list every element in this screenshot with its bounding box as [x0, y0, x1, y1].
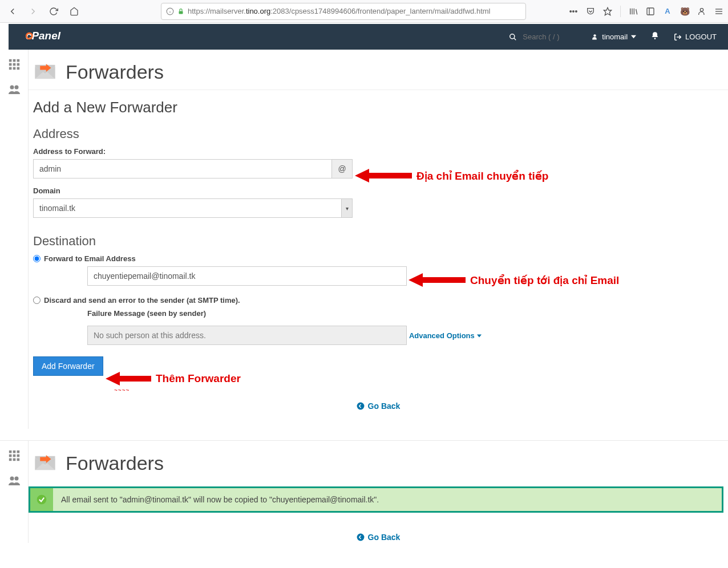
logout-label: LOGOUT [685, 33, 717, 41]
radio-discard[interactable] [33, 297, 41, 304]
header-search[interactable] [509, 33, 574, 41]
domain-select[interactable]: tinomail.tk [33, 198, 353, 218]
user-icon [591, 33, 598, 40]
subheading: Add a New Forwarder [33, 99, 723, 116]
svg-rect-23 [9, 59, 11, 62]
svg-marker-4 [604, 7, 611, 15]
radio-forward[interactable] [33, 255, 41, 262]
advanced-options-label: Advanced Options [409, 331, 475, 340]
rail-users-icon[interactable] [7, 83, 21, 98]
svg-point-33 [14, 86, 18, 90]
alert-message: All email sent to "admin@tinomail.tk" wi… [53, 488, 387, 511]
url-text: https://mailserver.tino.org:2083/cpsess1… [188, 7, 490, 15]
svg-point-19 [594, 34, 596, 36]
page-title-2: Forwarders [66, 452, 164, 474]
add-forwarder-button[interactable]: Add Forwarder [33, 356, 103, 376]
bookmark-star-icon[interactable] [603, 7, 612, 16]
svg-rect-51 [17, 459, 19, 461]
svg-rect-9 [647, 8, 654, 15]
address-heading: Address [33, 127, 723, 141]
radio-forward-label: Forward to Email Address [44, 254, 136, 263]
page-title: Forwarders [66, 61, 164, 83]
svg-rect-27 [13, 63, 15, 66]
svg-rect-26 [9, 63, 11, 66]
url-bar[interactable]: https://mailserver.tino.org:2083/cpsess1… [161, 3, 526, 20]
svg-point-17 [510, 34, 515, 38]
svg-point-53 [14, 477, 18, 481]
search-icon [509, 33, 517, 41]
svg-text:cPanel: cPanel [26, 30, 61, 42]
browser-toolbar: https://mailserver.tino.org:2083/cpsess1… [0, 0, 728, 23]
svg-point-39 [357, 403, 364, 410]
go-back-link[interactable]: Go Back [357, 401, 401, 411]
address-input[interactable] [33, 159, 332, 178]
sidebar-icon[interactable] [646, 7, 655, 16]
page-header-2: Forwarders [29, 441, 728, 481]
logout-icon [674, 33, 682, 41]
svg-line-18 [514, 38, 516, 40]
ext1-icon[interactable]: A [663, 7, 672, 16]
menu-icon[interactable] [714, 7, 723, 16]
svg-point-52 [10, 477, 14, 481]
svg-marker-20 [631, 35, 636, 38]
svg-rect-49 [9, 459, 11, 461]
svg-point-32 [10, 86, 14, 90]
info-icon [166, 7, 174, 15]
library-icon[interactable] [629, 7, 638, 16]
user-menu[interactable]: tinomail [591, 33, 636, 41]
logout-button[interactable]: LOGOUT [674, 33, 717, 41]
svg-rect-46 [9, 455, 11, 457]
left-rail-2 [0, 441, 29, 543]
svg-line-8 [636, 9, 637, 14]
go-back-label-2: Go Back [368, 533, 401, 542]
svg-rect-44 [13, 451, 15, 453]
user-label: tinomail [602, 33, 628, 41]
rail-apps-icon[interactable] [8, 58, 21, 72]
cpanel-logo[interactable]: cPanel [26, 29, 77, 44]
back-circle-icon [357, 533, 365, 541]
page-header: Forwarders [29, 50, 728, 90]
svg-rect-29 [9, 67, 11, 70]
caret-down-icon [477, 334, 482, 338]
annotation-squiggle: ~~~~ [114, 387, 130, 393]
svg-rect-48 [17, 455, 19, 457]
notifications-button[interactable] [650, 31, 660, 42]
svg-rect-25 [17, 59, 19, 62]
rail-apps-icon[interactable] [8, 449, 21, 464]
forward-email-input[interactable] [87, 266, 407, 286]
bell-icon [650, 31, 660, 40]
svg-point-58 [37, 495, 47, 505]
back-circle-icon [357, 402, 365, 410]
svg-rect-24 [13, 59, 15, 62]
cpanel-header: cPanel tinomail LOGOUT [9, 24, 728, 50]
advanced-options-link[interactable]: Advanced Options [409, 331, 482, 340]
rail-users-icon[interactable] [7, 474, 21, 489]
go-back-link-2[interactable]: Go Back [357, 533, 401, 542]
svg-rect-30 [13, 67, 15, 70]
reload-button[interactable] [46, 3, 62, 19]
domain-label: Domain [33, 186, 723, 195]
page-actions-icon[interactable]: ••• [569, 7, 578, 16]
svg-point-11 [700, 8, 703, 11]
ext2-icon[interactable]: 🐻 [680, 7, 689, 16]
forwarders-icon [33, 451, 57, 475]
at-addon: @ [332, 159, 353, 178]
destination-heading: Destination [33, 234, 723, 249]
header-search-input[interactable] [523, 33, 574, 41]
back-button[interactable] [5, 3, 21, 19]
home-button[interactable] [66, 3, 82, 19]
svg-point-59 [357, 534, 364, 541]
pocket-icon[interactable] [586, 7, 595, 16]
svg-rect-28 [17, 63, 19, 66]
svg-rect-45 [17, 451, 19, 453]
forward-button[interactable] [25, 3, 41, 19]
svg-rect-31 [17, 67, 19, 70]
svg-point-21 [654, 38, 656, 39]
left-rail [0, 50, 29, 429]
svg-rect-3 [179, 11, 183, 14]
lock-icon [177, 8, 184, 15]
account-icon[interactable] [697, 7, 706, 16]
radio-discard-label: Discard and send an error to the sender … [44, 296, 240, 305]
failure-message-input [87, 326, 407, 345]
caret-down-icon [631, 34, 636, 39]
